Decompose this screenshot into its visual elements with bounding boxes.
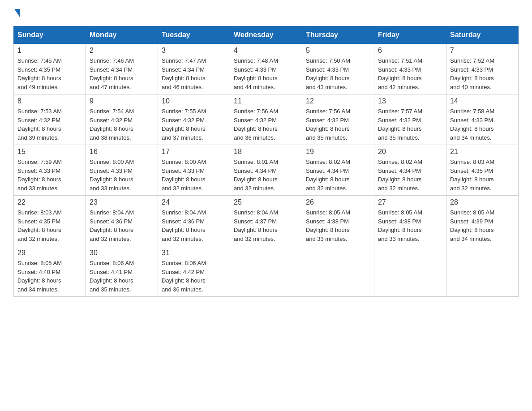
calendar-cell: 17Sunrise: 8:00 AMSunset: 4:33 PMDayligh… — [158, 145, 230, 196]
calendar-cell: 18Sunrise: 8:01 AMSunset: 4:34 PMDayligh… — [230, 145, 302, 196]
day-number: 1 — [17, 47, 82, 55]
logo — [13, 9, 21, 17]
day-number: 20 — [378, 148, 442, 156]
day-number: 18 — [234, 148, 298, 156]
calendar-cell: 22Sunrise: 8:03 AMSunset: 4:35 PMDayligh… — [14, 196, 86, 246]
day-number: 30 — [90, 249, 154, 257]
calendar-cell: 15Sunrise: 7:59 AMSunset: 4:33 PMDayligh… — [14, 145, 86, 196]
calendar-cell: 12Sunrise: 7:56 AMSunset: 4:32 PMDayligh… — [302, 94, 374, 145]
calendar-cell: 23Sunrise: 8:04 AMSunset: 4:36 PMDayligh… — [86, 196, 158, 246]
day-info: Sunrise: 7:46 AMSunset: 4:34 PMDaylight:… — [90, 56, 154, 91]
calendar-cell: 6Sunrise: 7:51 AMSunset: 4:33 PMDaylight… — [374, 44, 446, 94]
day-number: 2 — [90, 47, 154, 55]
calendar-cell: 2Sunrise: 7:46 AMSunset: 4:34 PMDaylight… — [86, 44, 158, 94]
calendar-table: SundayMondayTuesdayWednesdayThursdayFrid… — [13, 26, 519, 297]
day-number: 26 — [306, 198, 370, 206]
calendar-cell: 27Sunrise: 8:05 AMSunset: 4:38 PMDayligh… — [374, 196, 446, 246]
day-info: Sunrise: 8:05 AMSunset: 4:38 PMDaylight:… — [306, 208, 370, 243]
calendar-cell: 19Sunrise: 8:02 AMSunset: 4:34 PMDayligh… — [302, 145, 374, 196]
day-number: 3 — [162, 47, 226, 55]
day-info: Sunrise: 7:52 AMSunset: 4:33 PMDaylight:… — [450, 56, 515, 91]
calendar-week-row: 1Sunrise: 7:45 AMSunset: 4:35 PMDaylight… — [14, 44, 519, 94]
day-info: Sunrise: 8:05 AMSunset: 4:40 PMDaylight:… — [17, 259, 82, 294]
day-info: Sunrise: 8:04 AMSunset: 4:36 PMDaylight:… — [90, 208, 154, 243]
day-number: 22 — [17, 198, 82, 206]
calendar-cell — [230, 246, 302, 297]
day-number: 12 — [306, 97, 370, 105]
day-info: Sunrise: 7:55 AMSunset: 4:32 PMDaylight:… — [162, 107, 226, 142]
day-number: 16 — [90, 148, 154, 156]
calendar-cell: 4Sunrise: 7:48 AMSunset: 4:33 PMDaylight… — [230, 44, 302, 94]
day-info: Sunrise: 8:02 AMSunset: 4:34 PMDaylight:… — [378, 158, 442, 193]
calendar-cell — [446, 246, 519, 297]
calendar-cell: 28Sunrise: 8:05 AMSunset: 4:39 PMDayligh… — [446, 196, 519, 246]
day-number: 15 — [17, 148, 82, 156]
calendar-header-row: SundayMondayTuesdayWednesdayThursdayFrid… — [14, 26, 519, 44]
day-number: 17 — [162, 148, 226, 156]
logo-triangle-icon — [14, 9, 20, 17]
day-number: 25 — [234, 198, 298, 206]
day-info: Sunrise: 8:06 AMSunset: 4:41 PMDaylight:… — [90, 259, 154, 294]
day-number: 7 — [450, 47, 515, 55]
day-info: Sunrise: 7:57 AMSunset: 4:32 PMDaylight:… — [378, 107, 442, 142]
day-number: 11 — [234, 97, 298, 105]
calendar-cell: 14Sunrise: 7:58 AMSunset: 4:33 PMDayligh… — [446, 94, 519, 145]
day-info: Sunrise: 8:05 AMSunset: 4:38 PMDaylight:… — [378, 208, 442, 243]
day-number: 19 — [306, 148, 370, 156]
day-number: 13 — [378, 97, 442, 105]
day-info: Sunrise: 7:56 AMSunset: 4:32 PMDaylight:… — [306, 107, 370, 142]
day-number: 31 — [162, 249, 226, 257]
day-number: 6 — [378, 47, 442, 55]
calendar-cell: 25Sunrise: 8:04 AMSunset: 4:37 PMDayligh… — [230, 196, 302, 246]
day-number: 5 — [306, 47, 370, 55]
day-info: Sunrise: 8:00 AMSunset: 4:33 PMDaylight:… — [90, 158, 154, 193]
day-info: Sunrise: 8:01 AMSunset: 4:34 PMDaylight:… — [234, 158, 298, 193]
calendar-header-friday: Friday — [374, 26, 446, 44]
day-info: Sunrise: 7:53 AMSunset: 4:32 PMDaylight:… — [17, 107, 82, 142]
calendar-cell: 5Sunrise: 7:50 AMSunset: 4:33 PMDaylight… — [302, 44, 374, 94]
day-info: Sunrise: 8:02 AMSunset: 4:34 PMDaylight:… — [306, 158, 370, 193]
calendar-cell: 24Sunrise: 8:04 AMSunset: 4:36 PMDayligh… — [158, 196, 230, 246]
day-info: Sunrise: 7:59 AMSunset: 4:33 PMDaylight:… — [17, 158, 82, 193]
calendar-header-tuesday: Tuesday — [158, 26, 230, 44]
day-info: Sunrise: 8:03 AMSunset: 4:35 PMDaylight:… — [450, 158, 515, 193]
day-number: 9 — [90, 97, 154, 105]
calendar-cell: 13Sunrise: 7:57 AMSunset: 4:32 PMDayligh… — [374, 94, 446, 145]
day-info: Sunrise: 8:00 AMSunset: 4:33 PMDaylight:… — [162, 158, 226, 193]
calendar-cell: 21Sunrise: 8:03 AMSunset: 4:35 PMDayligh… — [446, 145, 519, 196]
day-number: 27 — [378, 198, 442, 206]
day-info: Sunrise: 7:50 AMSunset: 4:33 PMDaylight:… — [306, 56, 370, 91]
day-info: Sunrise: 7:56 AMSunset: 4:32 PMDaylight:… — [234, 107, 298, 142]
calendar-cell: 30Sunrise: 8:06 AMSunset: 4:41 PMDayligh… — [86, 246, 158, 297]
calendar-cell — [374, 246, 446, 297]
day-number: 29 — [17, 249, 82, 257]
calendar-cell: 8Sunrise: 7:53 AMSunset: 4:32 PMDaylight… — [14, 94, 86, 145]
day-info: Sunrise: 8:03 AMSunset: 4:35 PMDaylight:… — [17, 208, 82, 243]
day-info: Sunrise: 7:48 AMSunset: 4:33 PMDaylight:… — [234, 56, 298, 91]
day-number: 10 — [162, 97, 226, 105]
calendar-cell: 31Sunrise: 8:06 AMSunset: 4:42 PMDayligh… — [158, 246, 230, 297]
calendar-header-saturday: Saturday — [446, 26, 519, 44]
day-info: Sunrise: 7:51 AMSunset: 4:33 PMDaylight:… — [378, 56, 442, 91]
calendar-week-row: 15Sunrise: 7:59 AMSunset: 4:33 PMDayligh… — [14, 145, 519, 196]
day-number: 24 — [162, 198, 226, 206]
day-info: Sunrise: 8:04 AMSunset: 4:36 PMDaylight:… — [162, 208, 226, 243]
day-number: 23 — [90, 198, 154, 206]
day-info: Sunrise: 7:58 AMSunset: 4:33 PMDaylight:… — [450, 107, 515, 142]
day-info: Sunrise: 8:05 AMSunset: 4:39 PMDaylight:… — [450, 208, 515, 243]
calendar-cell: 3Sunrise: 7:47 AMSunset: 4:34 PMDaylight… — [158, 44, 230, 94]
day-info: Sunrise: 7:54 AMSunset: 4:32 PMDaylight:… — [90, 107, 154, 142]
day-info: Sunrise: 7:47 AMSunset: 4:34 PMDaylight:… — [162, 56, 226, 91]
calendar-header-sunday: Sunday — [14, 26, 86, 44]
day-info: Sunrise: 7:45 AMSunset: 4:35 PMDaylight:… — [17, 56, 82, 91]
day-number: 8 — [17, 97, 82, 105]
day-number: 21 — [450, 148, 515, 156]
calendar-week-row: 22Sunrise: 8:03 AMSunset: 4:35 PMDayligh… — [14, 196, 519, 246]
calendar-cell: 10Sunrise: 7:55 AMSunset: 4:32 PMDayligh… — [158, 94, 230, 145]
calendar-cell: 7Sunrise: 7:52 AMSunset: 4:33 PMDaylight… — [446, 44, 519, 94]
calendar-week-row: 8Sunrise: 7:53 AMSunset: 4:32 PMDaylight… — [14, 94, 519, 145]
calendar-cell: 9Sunrise: 7:54 AMSunset: 4:32 PMDaylight… — [86, 94, 158, 145]
calendar-header-thursday: Thursday — [302, 26, 374, 44]
calendar-cell: 20Sunrise: 8:02 AMSunset: 4:34 PMDayligh… — [374, 145, 446, 196]
calendar-cell: 29Sunrise: 8:05 AMSunset: 4:40 PMDayligh… — [14, 246, 86, 297]
